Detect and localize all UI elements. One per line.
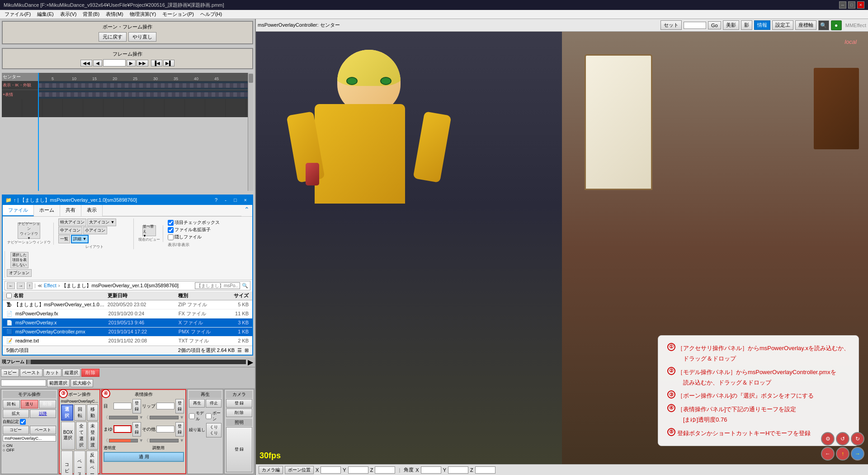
other-slider[interactable] <box>150 439 179 442</box>
fe-file-row-3[interactable]: ② 🟦 msPowerOverlayController.pmx 2019/10… <box>3 328 252 337</box>
lip-slider[interactable] <box>150 416 179 419</box>
bone-copy-btn[interactable]: コピー <box>61 451 73 475</box>
zoom-btn[interactable]: 拡大縮小 <box>71 379 93 387</box>
fe-file-row-4[interactable]: 📝 readme.txt 2019/11/02 20:08 TXT ファイル 2… <box>3 337 252 346</box>
close-button[interactable]: ✕ <box>857 1 864 9</box>
nav-btn-3[interactable]: ↻ <box>851 432 864 446</box>
fe-tab-file[interactable]: ファイル <box>3 205 34 216</box>
menu-expression[interactable]: 表情(M) <box>103 10 126 19</box>
view-small-btn[interactable]: 小アイコン <box>83 227 107 234</box>
mayu-value-input[interactable]: 0.760 <box>113 425 132 433</box>
play-btn[interactable]: 再生 <box>189 399 205 408</box>
auto-set-checkbox[interactable] <box>20 419 26 425</box>
rotate-left-btn[interactable]: 回 転 <box>3 400 20 408</box>
vp-green-btn[interactable]: ● <box>831 20 842 30</box>
vp-camera-btn[interactable]: 座標軸 <box>795 20 816 30</box>
fe-maximize-button[interactable]: □ <box>231 197 240 203</box>
paste-model-btn[interactable]: ペースト <box>30 426 56 434</box>
nav-btn-2[interactable]: ↺ <box>836 432 849 446</box>
eye-reg-btn[interactable]: 登 録 <box>132 399 141 413</box>
paste-btn[interactable]: ペースト <box>20 369 42 377</box>
range-select-btn[interactable]: 範囲選択 <box>47 379 70 387</box>
other-value-input[interactable]: 0.000 <box>156 426 175 432</box>
fe-forward-btn[interactable]: → <box>17 282 25 289</box>
cam-delete-btn[interactable]: 削 除 <box>226 408 252 417</box>
angle-x-input[interactable]: 0.00 <box>421 466 441 474</box>
frame-jump-end-button[interactable]: ▶▶ <box>137 60 148 66</box>
nav-btn-6[interactable]: → <box>851 447 864 461</box>
vp-settings-btn[interactable]: 設定工 <box>772 20 793 30</box>
frame-scrollbar[interactable] <box>26 360 246 364</box>
bonepos-z-input[interactable]: 0.00 <box>375 466 395 474</box>
lip-reg-btn[interactable]: 登 録 <box>175 399 184 413</box>
menu-file[interactable]: ファイル(F) <box>2 10 33 19</box>
cam-reg-btn[interactable]: 登 録 <box>226 399 252 408</box>
fe-file-row-2[interactable]: ① 📄 msPowerOverlay.x 2019/05/13 9:46 X フ… <box>3 318 252 328</box>
fe-col-type[interactable]: 種別 <box>178 292 225 299</box>
timeline-vscrollbar[interactable] <box>248 73 253 191</box>
bone-rotate-btn[interactable]: 回 転 <box>74 404 86 421</box>
vp-info-btn[interactable]: 情報 <box>754 20 770 30</box>
camera-edit-btn[interactable]: カメラ編 <box>259 466 283 474</box>
delete-model-btn[interactable]: 削 除 <box>39 400 56 408</box>
scroll-right-arrow[interactable]: ▶ <box>248 358 253 366</box>
fe-search-icon[interactable]: 🔍 <box>242 283 248 289</box>
show-selection-btn[interactable]: 選択した項目を表示しない <box>10 252 28 268</box>
fe-file-row-0[interactable]: 🗜 【ましまし】msPowerOverlay_ver.1.0[sm3... 20… <box>3 300 252 309</box>
face-apply-btn[interactable]: 適 用 <box>104 452 184 462</box>
eye-value-input[interactable]: 0.000 <box>113 403 132 409</box>
menu-background[interactable]: 背景(B) <box>80 10 102 19</box>
options-btn[interactable]: オプション <box>7 269 32 277</box>
fe-col-size[interactable]: サイズ <box>225 292 249 299</box>
copy-model-btn[interactable]: コピー <box>3 426 29 434</box>
bone-rev-paste-btn[interactable]: 反転ペースト <box>86 451 98 475</box>
bone-checkbox[interactable] <box>206 410 212 422</box>
fe-minimize-button[interactable]: - <box>222 197 229 203</box>
stop-btn[interactable]: 停止 <box>206 399 222 408</box>
menu-help[interactable]: ヘルプ(H) <box>198 10 225 19</box>
view-list-btn[interactable]: 一覧 <box>58 235 70 243</box>
frame-start-mark-button[interactable]: ▐◀ <box>151 60 162 66</box>
select-bone-input[interactable]: 選択ボーン <box>1 380 46 386</box>
frame-next-button[interactable]: ▶ <box>127 60 136 66</box>
menu-edit[interactable]: 編集(E) <box>34 10 57 19</box>
vp-set-btn[interactable]: セット <box>660 20 682 30</box>
fe-tab-home[interactable]: ホーム <box>34 205 60 216</box>
other-reg-btn[interactable]: 登 録 <box>175 422 184 437</box>
nav-btn-1[interactable]: ⚙ <box>821 432 835 446</box>
view-medium-btn[interactable]: 中アイコン <box>58 227 82 234</box>
vp-go-btn[interactable]: Go <box>708 21 721 29</box>
frame-end-mark-button[interactable]: ▶▌ <box>163 60 175 66</box>
angle-z-input[interactable]: 0.0 <box>475 466 495 474</box>
h-select-btn[interactable]: 縦選択 <box>62 369 80 377</box>
model-name-input[interactable] <box>3 435 56 442</box>
bonepos-x-input[interactable]: 0.00 <box>321 466 341 474</box>
resize-link-btn[interactable]: 以降 <box>30 409 56 418</box>
frame-jump-start-button[interactable]: ◀◀ <box>80 60 92 66</box>
minimize-button[interactable]: ─ <box>839 1 846 9</box>
fe-close-button[interactable]: × <box>241 197 250 203</box>
nav-window-btn[interactable]: ナビゲーションウィンドウ▼ <box>18 223 40 239</box>
vp-rendering-btn[interactable]: 美影 <box>723 20 739 30</box>
vp-shadow-btn[interactable]: 影 <box>741 20 752 30</box>
copy-btn[interactable]: コピー <box>1 369 19 377</box>
angle-y-input[interactable]: 0.00 <box>448 466 468 474</box>
sort-btn[interactable]: 並べ替え▼ <box>142 225 156 236</box>
fe-tab-view[interactable]: 表示 <box>81 205 103 216</box>
fe-collapse-button[interactable]: ⌃ <box>241 205 252 216</box>
lip-value-input[interactable]: 0.000 <box>156 403 175 409</box>
light-reg-btn[interactable]: 登 録 <box>226 427 252 473</box>
undo-button[interactable]: 元に戻す <box>99 32 127 42</box>
checkbox-item-check[interactable]: 項目チェックボックス <box>168 219 220 226</box>
menu-view[interactable]: 表示(V) <box>57 10 80 19</box>
fe-select-all-checkbox[interactable] <box>6 292 12 299</box>
send-btn[interactable]: 送り <box>21 400 38 408</box>
maximize-button[interactable]: □ <box>848 1 855 9</box>
checkbox-hidden[interactable]: 隠しファイル <box>168 234 220 240</box>
nav-btn-5[interactable]: ↑ <box>836 447 849 461</box>
view-detail-btn[interactable]: 詳細 ▼ <box>71 235 89 243</box>
frame-number-input[interactable]: 0 <box>103 59 126 66</box>
nav-btn-4[interactable]: ← <box>821 447 835 461</box>
fe-back-btn[interactable]: ← <box>7 282 15 289</box>
model-checkbox[interactable] <box>189 410 195 422</box>
